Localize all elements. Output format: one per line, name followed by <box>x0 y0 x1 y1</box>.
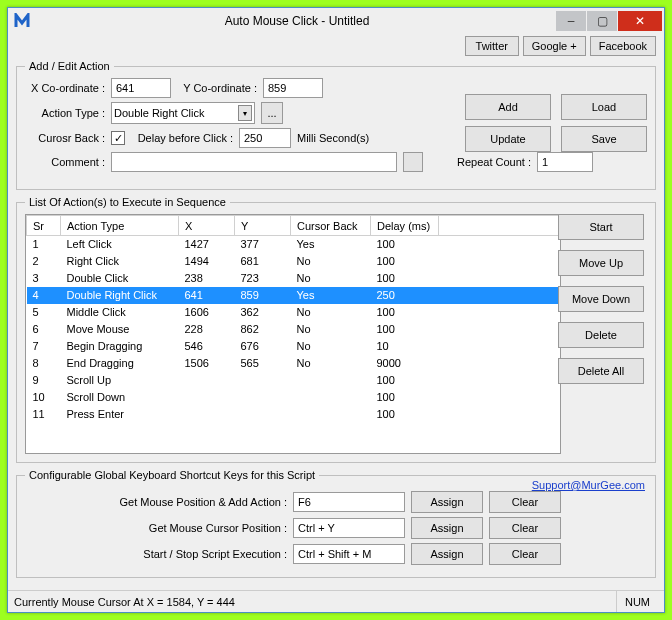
col-sr[interactable]: Sr <box>27 216 61 236</box>
table-row[interactable]: 7Begin Dragging546676No10 <box>27 338 560 355</box>
y-coord-input[interactable] <box>263 78 323 98</box>
action-table[interactable]: Sr Action Type X Y Cursor Back Delay (ms… <box>25 214 561 454</box>
delete-all-button[interactable]: Delete All <box>558 358 644 384</box>
comment-label: Comment : <box>25 156 105 168</box>
move-down-button[interactable]: Move Down <box>558 286 644 312</box>
hk-add-action-assign[interactable]: Assign <box>411 491 483 513</box>
col-type[interactable]: Action Type <box>61 216 179 236</box>
hk-start-stop-label: Start / Stop Script Execution : <box>25 548 287 560</box>
repeat-count-input[interactable] <box>537 152 593 172</box>
x-coord-label: X Co-ordinate : <box>25 82 105 94</box>
delete-button[interactable]: Delete <box>558 322 644 348</box>
titlebar[interactable]: Auto Mouse Click - Untitled – ▢ ✕ <box>8 8 664 34</box>
add-edit-action-group: Add / Edit Action X Co-ordinate : Y Co-o… <box>16 60 656 190</box>
col-y[interactable]: Y <box>235 216 291 236</box>
table-row[interactable]: 11Press Enter100 <box>27 406 560 423</box>
table-row[interactable]: 8End Dragging1506565No9000 <box>27 355 560 372</box>
ms-label: Milli Second(s) <box>297 132 369 144</box>
action-type-more-button[interactable]: ... <box>261 102 283 124</box>
x-coord-input[interactable] <box>111 78 171 98</box>
maximize-button[interactable]: ▢ <box>587 11 617 31</box>
hk-start-stop-clear[interactable]: Clear <box>489 543 561 565</box>
action-type-value: Double Right Click <box>114 107 204 119</box>
col-spacer <box>439 216 560 236</box>
delay-before-label: Delay before Click : <box>131 132 233 144</box>
y-coord-label: Y Co-ordinate : <box>177 82 257 94</box>
action-type-label: Action Type : <box>25 107 105 119</box>
col-delay[interactable]: Delay (ms) <box>371 216 439 236</box>
minimize-button[interactable]: – <box>556 11 586 31</box>
action-type-select[interactable]: Double Right Click ▾ <box>111 102 255 124</box>
hk-start-stop-assign[interactable]: Assign <box>411 543 483 565</box>
app-logo-icon <box>14 13 30 29</box>
table-row[interactable]: 10Scroll Down100 <box>27 389 560 406</box>
google-plus-button[interactable]: Google + <box>523 36 586 56</box>
table-row[interactable]: 6Move Mouse228862No100 <box>27 321 560 338</box>
move-up-button[interactable]: Move Up <box>558 250 644 276</box>
table-row[interactable]: 4Double Right Click641859Yes250 <box>27 287 560 304</box>
hk-add-action-label: Get Mouse Position & Add Action : <box>25 496 287 508</box>
window-title: Auto Mouse Click - Untitled <box>38 14 556 28</box>
add-button[interactable]: Add <box>465 94 551 120</box>
list-legend: List Of Action(s) to Execute in Sequence <box>25 196 230 208</box>
hk-start-stop-input[interactable] <box>293 544 405 564</box>
hk-add-action-input[interactable] <box>293 492 405 512</box>
repeat-count-label: Repeat Count : <box>457 156 531 168</box>
comment-input[interactable] <box>111 152 397 172</box>
hotkeys-legend: Configurable Global Keyboard Shortcut Ke… <box>25 469 319 481</box>
save-button[interactable]: Save <box>561 126 647 152</box>
status-num: NUM <box>616 591 658 612</box>
app-window: Auto Mouse Click - Untitled – ▢ ✕ Twitte… <box>7 7 665 613</box>
update-button[interactable]: Update <box>465 126 551 152</box>
hk-cursor-pos-clear[interactable]: Clear <box>489 517 561 539</box>
close-button[interactable]: ✕ <box>618 11 662 31</box>
comment-more-button[interactable] <box>403 152 423 172</box>
twitter-button[interactable]: Twitter <box>465 36 519 56</box>
facebook-button[interactable]: Facebook <box>590 36 656 56</box>
start-button[interactable]: Start <box>558 214 644 240</box>
delay-input[interactable] <box>239 128 291 148</box>
status-bar: Currently Mouse Cursor At X = 1584, Y = … <box>8 590 664 612</box>
cursor-back-checkbox[interactable]: ✓ <box>111 131 125 145</box>
chevron-down-icon: ▾ <box>238 105 252 121</box>
hk-cursor-pos-label: Get Mouse Cursor Position : <box>25 522 287 534</box>
action-list-group: List Of Action(s) to Execute in Sequence… <box>16 196 656 463</box>
load-button[interactable]: Load <box>561 94 647 120</box>
hk-cursor-pos-input[interactable] <box>293 518 405 538</box>
table-row[interactable]: 1Left Click1427377Yes100 <box>27 236 560 253</box>
cursor-back-label: Curosr Back : <box>25 132 105 144</box>
hk-cursor-pos-assign[interactable]: Assign <box>411 517 483 539</box>
col-x[interactable]: X <box>179 216 235 236</box>
table-row[interactable]: 9Scroll Up100 <box>27 372 560 389</box>
hk-add-action-clear[interactable]: Clear <box>489 491 561 513</box>
table-row[interactable]: 2Right Click1494681No100 <box>27 253 560 270</box>
table-row[interactable]: 3Double Click238723No100 <box>27 270 560 287</box>
add-edit-legend: Add / Edit Action <box>25 60 114 72</box>
table-row[interactable]: 5Middle Click1606362No100 <box>27 304 560 321</box>
hotkeys-group: Configurable Global Keyboard Shortcut Ke… <box>16 469 656 578</box>
status-cursor-pos: Currently Mouse Cursor At X = 1584, Y = … <box>14 596 235 608</box>
col-cursor[interactable]: Cursor Back <box>291 216 371 236</box>
support-link[interactable]: Support@MurGee.com <box>532 479 645 491</box>
